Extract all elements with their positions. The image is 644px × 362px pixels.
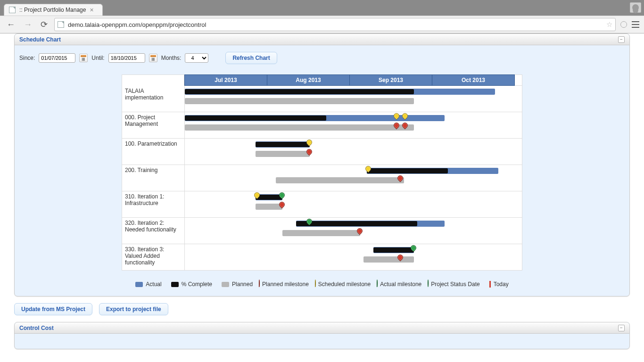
task-name: TALAIA implementation <box>122 86 185 112</box>
task-name: 320. Iteration 2: Needed functionality <box>122 218 185 244</box>
action-buttons: Update from MS Project Export to project… <box>14 303 630 315</box>
planned-milestone-icon <box>397 255 404 263</box>
update-ms-project-button[interactable]: Update from MS Project <box>14 303 92 315</box>
gantt-row: TALAIA implementation <box>122 86 522 112</box>
task-name: 100. Parametrization <box>122 139 185 165</box>
collapse-icon[interactable]: − <box>618 325 625 331</box>
browser-toolbar: ← → ⟳ ☆ <box>0 16 644 33</box>
until-label: Until: <box>91 55 104 61</box>
scheduled-milestone-icon <box>254 192 261 201</box>
scheduled-milestone-icon <box>365 166 372 174</box>
bar-planned <box>363 256 414 263</box>
bar-complete <box>256 142 309 147</box>
bar-planned <box>185 124 414 131</box>
legend-actual-milestone: Actual milestone <box>380 281 421 288</box>
scheduled-milestone-icon <box>306 140 313 148</box>
task-name: 310. Iteration 1: Infrastructure <box>122 191 185 217</box>
gantt-row: 330. Iteration 3: Valued Added functiona… <box>122 244 522 271</box>
legend-status-date: Project Status Date <box>431 281 479 288</box>
actual-milestone-icon <box>411 245 417 254</box>
control-cost-panel: Control Cost − <box>14 322 630 349</box>
scheduled-milestone-icon <box>402 113 409 122</box>
gantt-row: 100. Parametrization <box>122 139 522 165</box>
calendar-icon[interactable]: ▦ <box>149 54 157 62</box>
month-header: Aug 2013 <box>267 74 350 86</box>
browser-tab[interactable]: :: Project Portfolio Manage × <box>4 4 103 16</box>
bar-planned <box>256 151 309 157</box>
legend-planned: Planned <box>222 281 253 288</box>
address-bar[interactable]: ☆ <box>54 18 616 31</box>
months-select[interactable]: 4 <box>185 53 208 63</box>
task-name: 000. Project Management <box>122 112 185 138</box>
planned-milestone-icon <box>306 149 313 157</box>
tab-title: :: Project Portfolio Manage <box>19 7 86 13</box>
bar-complete <box>296 221 417 226</box>
months-label: Months: <box>161 55 182 61</box>
reload-button[interactable]: ⟳ <box>39 19 50 30</box>
extensions-icon[interactable] <box>620 21 627 28</box>
bar-planned <box>185 98 414 104</box>
planned-milestone-icon <box>397 175 404 184</box>
until-input[interactable] <box>108 53 145 63</box>
gantt-row: 310. Iteration 1: Infrastructure <box>122 191 522 218</box>
planned-milestone-icon <box>279 202 286 210</box>
month-header: Oct 2013 <box>432 74 515 86</box>
actual-milestone-icon <box>279 192 286 201</box>
panel-title: Control Cost <box>19 325 54 331</box>
legend-scheduled-milestone: Scheduled milestone <box>318 281 371 288</box>
refresh-chart-button[interactable]: Refresh Chart <box>225 52 277 64</box>
gantt-header: Jul 2013Aug 2013Sep 2013Oct 2013 <box>122 74 522 86</box>
gantt-row: 000. Project Management <box>122 112 522 139</box>
bookmark-icon[interactable]: ☆ <box>606 20 612 29</box>
bar-planned <box>276 177 404 183</box>
chart-legend: Actual % Complete Planned Planned milest… <box>19 281 625 288</box>
bar-complete <box>373 247 414 253</box>
collapse-icon[interactable]: − <box>618 36 625 43</box>
month-header: Jul 2013 <box>184 74 267 86</box>
since-input[interactable] <box>39 53 75 63</box>
profile-button[interactable] <box>630 2 641 13</box>
legend-actual: Actual <box>135 281 161 288</box>
forward-button[interactable]: → <box>22 20 34 30</box>
task-name: 200. Training <box>122 165 185 191</box>
page-content: Schedule Chart − Since: ▦ Until: ▦ Month… <box>0 33 644 362</box>
since-label: Since: <box>19 55 35 61</box>
schedule-chart-panel: Schedule Chart − Since: ▦ Until: ▦ Month… <box>14 33 630 296</box>
actual-milestone-icon <box>306 219 313 227</box>
legend-planned-milestone: Planned milestone <box>262 281 309 288</box>
gantt-chart: Jul 2013Aug 2013Sep 2013Oct 2013 TALAIA … <box>122 74 522 271</box>
tab-close-icon[interactable]: × <box>90 7 93 13</box>
page-icon <box>9 7 16 13</box>
gantt-row: 200. Training <box>122 165 522 191</box>
calendar-icon[interactable]: ▦ <box>79 54 88 62</box>
planned-milestone-icon <box>394 123 400 131</box>
bar-complete <box>367 168 448 173</box>
month-header: Sep 2013 <box>350 74 432 86</box>
bar-complete <box>185 115 326 121</box>
planned-milestone-icon <box>402 123 409 131</box>
site-icon <box>58 21 64 28</box>
legend-complete: % Complete <box>171 281 212 288</box>
menu-icon[interactable] <box>632 21 639 28</box>
chart-controls: Since: ▦ Until: ▦ Months: 4 Refresh Char… <box>19 52 625 64</box>
export-project-file-button[interactable]: Export to project file <box>99 303 168 315</box>
gantt-row: 320. Iteration 2: Needed functionality <box>122 218 522 244</box>
url-input[interactable] <box>67 21 603 29</box>
panel-title: Schedule Chart <box>19 36 61 43</box>
task-name: 330. Iteration 3: Valued Added functiona… <box>122 244 185 270</box>
panel-header[interactable]: Schedule Chart − <box>15 34 629 45</box>
back-button[interactable]: ← <box>5 20 17 30</box>
tab-strip: :: Project Portfolio Manage × <box>0 0 644 16</box>
browser-chrome: :: Project Portfolio Manage × ← → ⟳ ☆ Sc… <box>0 0 644 362</box>
bar-complete <box>185 89 414 94</box>
scheduled-milestone-icon <box>394 113 400 122</box>
panel-header[interactable]: Control Cost − <box>15 322 629 334</box>
planned-milestone-icon <box>357 228 363 237</box>
bar-planned <box>282 230 360 236</box>
legend-today: Today <box>489 281 509 288</box>
